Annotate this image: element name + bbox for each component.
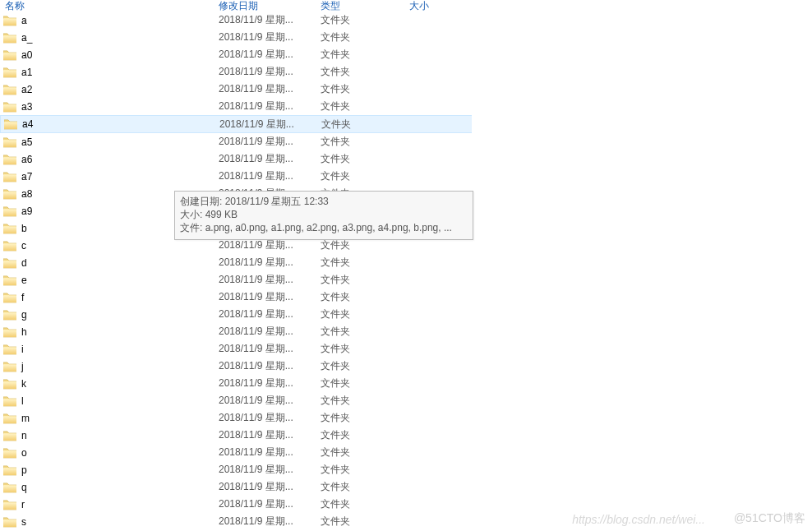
- file-name-cell[interactable]: k: [3, 378, 219, 390]
- file-name-label: a: [21, 15, 27, 26]
- file-row[interactable]: j2018/11/9 星期...文件夹: [0, 358, 812, 375]
- file-date-cell: 2018/11/9 星期...: [219, 290, 321, 304]
- file-type-cell: 文件夹: [321, 65, 409, 79]
- file-name-cell[interactable]: a2: [3, 84, 219, 95]
- file-name-cell[interactable]: s: [3, 516, 219, 528]
- folder-icon: [3, 32, 16, 44]
- file-name-label: a6: [21, 154, 32, 165]
- file-row[interactable]: a_2018/11/9 星期...文件夹: [0, 29, 812, 46]
- folder-icon: [3, 67, 16, 78]
- file-row[interactable]: a52018/11/9 星期...文件夹: [0, 133, 812, 150]
- file-name-label: p: [21, 464, 27, 476]
- file-type-cell: 文件夹: [321, 342, 409, 356]
- file-name-cell[interactable]: a: [3, 15, 219, 26]
- file-name-cell[interactable]: n: [3, 430, 219, 441]
- file-name-cell[interactable]: a7: [3, 171, 219, 182]
- file-name-cell[interactable]: a6: [3, 154, 219, 165]
- tooltip-size: 大小: 499 KB: [180, 208, 468, 221]
- file-name-cell[interactable]: a1: [3, 67, 219, 78]
- file-name-cell[interactable]: i: [3, 344, 219, 355]
- file-type-cell: 文件夹: [321, 118, 410, 132]
- file-row[interactable]: d2018/11/9 星期...文件夹: [0, 254, 812, 271]
- file-date-cell: 2018/11/9 星期...: [219, 394, 321, 408]
- column-header-type[interactable]: 类型: [321, 0, 409, 13]
- file-row[interactable]: a12018/11/9 星期...文件夹: [0, 63, 812, 81]
- file-row[interactable]: a42018/11/9 星期...文件夹: [0, 115, 472, 133]
- file-name-label: n: [21, 430, 27, 441]
- folder-icon: [3, 395, 16, 407]
- file-name-cell[interactable]: c: [3, 240, 219, 252]
- file-name-cell[interactable]: q: [3, 482, 219, 493]
- file-row[interactable]: a22018/11/9 星期...文件夹: [0, 81, 812, 98]
- file-row[interactable]: f2018/11/9 星期...文件夹: [0, 289, 812, 306]
- file-row[interactable]: e2018/11/9 星期...文件夹: [0, 271, 812, 289]
- file-name-cell[interactable]: p: [3, 464, 219, 476]
- file-name-cell[interactable]: f: [3, 292, 219, 303]
- file-name-cell[interactable]: a0: [3, 49, 219, 61]
- file-type-cell: 文件夹: [321, 359, 409, 373]
- file-row[interactable]: g2018/11/9 星期...文件夹: [0, 306, 812, 323]
- file-name-label: h: [21, 326, 27, 338]
- file-row[interactable]: m2018/11/9 星期...文件夹: [0, 409, 812, 427]
- file-type-cell: 文件夹: [321, 394, 409, 408]
- file-date-cell: 2018/11/9 星期...: [219, 446, 321, 459]
- file-name-cell[interactable]: a5: [3, 136, 219, 148]
- file-name-cell[interactable]: d: [3, 257, 219, 269]
- file-name-cell[interactable]: g: [3, 309, 219, 321]
- file-row[interactable]: k2018/11/9 星期...文件夹: [0, 375, 812, 392]
- folder-icon: [3, 482, 16, 493]
- column-header-name[interactable]: 名称: [3, 0, 219, 13]
- folder-icon: [3, 154, 16, 165]
- file-name-label: e: [21, 275, 27, 286]
- folder-icon: [3, 430, 16, 441]
- file-type-cell: 文件夹: [321, 515, 409, 529]
- file-name-cell[interactable]: l: [3, 395, 219, 407]
- file-row[interactable]: a72018/11/9 星期...文件夹: [0, 168, 812, 185]
- file-row[interactable]: q2018/11/9 星期...文件夹: [0, 478, 812, 496]
- file-date-cell: 2018/11/9 星期...: [219, 359, 321, 373]
- file-row[interactable]: a62018/11/9 星期...文件夹: [0, 150, 812, 168]
- file-date-cell: 2018/11/9 星期...: [219, 480, 321, 494]
- file-name-cell[interactable]: a_: [3, 32, 219, 44]
- file-row[interactable]: h2018/11/9 星期...文件夹: [0, 323, 812, 340]
- file-name-cell[interactable]: e: [3, 275, 219, 286]
- folder-icon: [3, 275, 16, 286]
- file-row[interactable]: a32018/11/9 星期...文件夹: [0, 98, 812, 115]
- folder-icon: [3, 240, 16, 252]
- file-name-cell[interactable]: r: [3, 499, 219, 510]
- folder-icon: [3, 499, 16, 510]
- file-row[interactable]: l2018/11/9 星期...文件夹: [0, 392, 812, 409]
- folder-icon: [3, 205, 16, 217]
- file-name-cell[interactable]: a4: [4, 118, 219, 130]
- file-row[interactable]: o2018/11/9 星期...文件夹: [0, 444, 812, 461]
- file-date-cell: 2018/11/9 星期...: [219, 256, 321, 270]
- column-header-size[interactable]: 大小: [409, 0, 491, 13]
- file-date-cell: 2018/11/9 星期...: [219, 82, 321, 96]
- file-row[interactable]: a2018/11/9 星期...文件夹: [0, 12, 812, 29]
- file-row[interactable]: r2018/11/9 星期...文件夹: [0, 496, 812, 513]
- file-name-label: a3: [21, 101, 32, 113]
- file-date-cell: 2018/11/9 星期...: [219, 307, 321, 321]
- file-name-cell[interactable]: m: [3, 413, 219, 424]
- column-header-date[interactable]: 修改日期: [219, 0, 321, 13]
- file-type-cell: 文件夹: [321, 169, 409, 183]
- file-row[interactable]: a02018/11/9 星期...文件夹: [0, 46, 812, 63]
- file-name-cell[interactable]: h: [3, 326, 219, 338]
- file-row[interactable]: i2018/11/9 星期...文件夹: [0, 340, 812, 358]
- file-name-label: a8: [21, 188, 32, 200]
- file-row[interactable]: n2018/11/9 星期...文件夹: [0, 427, 812, 444]
- file-date-cell: 2018/11/9 星期...: [219, 273, 321, 287]
- file-type-cell: 文件夹: [321, 428, 409, 442]
- folder-icon: [3, 292, 16, 303]
- folder-icon: [3, 84, 16, 95]
- file-name-cell[interactable]: j: [3, 361, 219, 372]
- file-name-cell[interactable]: a3: [3, 101, 219, 113]
- file-name-label: f: [21, 292, 24, 303]
- file-date-cell: 2018/11/9 星期...: [219, 428, 321, 442]
- file-name-label: a0: [21, 49, 32, 61]
- file-row[interactable]: p2018/11/9 星期...文件夹: [0, 461, 812, 478]
- file-type-cell: 文件夹: [321, 273, 409, 287]
- file-name-cell[interactable]: o: [3, 447, 219, 459]
- folder-icon: [3, 326, 16, 338]
- file-date-cell: 2018/11/9 星期...: [219, 238, 321, 252]
